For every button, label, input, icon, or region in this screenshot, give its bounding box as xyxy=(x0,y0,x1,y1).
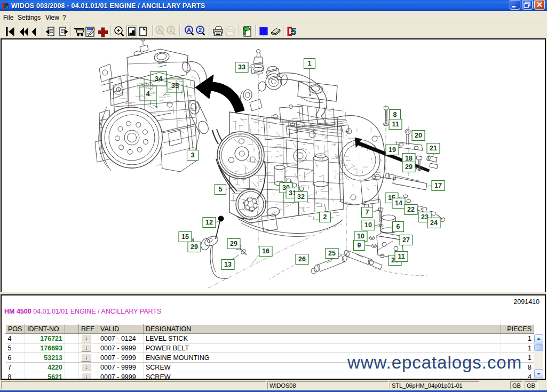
svg-text:15: 15 xyxy=(181,233,189,241)
svg-text:10: 10 xyxy=(364,221,372,229)
svg-text:27: 27 xyxy=(402,236,410,244)
svg-text:29: 29 xyxy=(191,243,198,251)
svg-text:2: 2 xyxy=(169,27,172,33)
svg-text:33: 33 xyxy=(238,63,245,71)
svg-text:A: A xyxy=(157,27,162,33)
svg-text:17: 17 xyxy=(434,182,442,189)
svg-text:14: 14 xyxy=(395,199,402,207)
svg-text:2: 2 xyxy=(323,213,327,221)
svg-text:34: 34 xyxy=(155,75,163,83)
svg-text:4: 4 xyxy=(146,90,150,98)
svg-text:1: 1 xyxy=(308,60,312,67)
svg-text:20: 20 xyxy=(415,132,422,139)
svg-text:10: 10 xyxy=(357,233,364,240)
svg-text:29: 29 xyxy=(405,163,413,171)
svg-text:32: 32 xyxy=(297,193,305,201)
svg-text:13: 13 xyxy=(224,261,232,268)
svg-text:8: 8 xyxy=(393,111,397,118)
svg-text:7: 7 xyxy=(366,209,369,216)
svg-text:6: 6 xyxy=(397,223,400,230)
svg-text:A: A xyxy=(187,27,191,33)
svg-text:35: 35 xyxy=(171,82,179,90)
svg-text:19: 19 xyxy=(389,146,396,154)
svg-text:2: 2 xyxy=(199,27,202,33)
svg-text:29: 29 xyxy=(230,240,237,247)
svg-text:22: 22 xyxy=(407,206,415,213)
svg-text:5: 5 xyxy=(291,27,296,37)
svg-text:3: 3 xyxy=(191,151,195,159)
svg-text:18: 18 xyxy=(405,155,413,162)
svg-text:26: 26 xyxy=(298,255,306,263)
svg-text:21: 21 xyxy=(430,145,437,152)
svg-text:12: 12 xyxy=(205,219,213,226)
svg-text:9: 9 xyxy=(358,242,361,249)
svg-text:16: 16 xyxy=(262,247,269,255)
svg-text:24: 24 xyxy=(430,219,438,227)
svg-text:11: 11 xyxy=(392,121,399,128)
svg-text:25: 25 xyxy=(328,250,336,257)
svg-text:11: 11 xyxy=(398,253,405,260)
svg-text:5: 5 xyxy=(4,2,9,10)
svg-text:5: 5 xyxy=(219,186,223,193)
